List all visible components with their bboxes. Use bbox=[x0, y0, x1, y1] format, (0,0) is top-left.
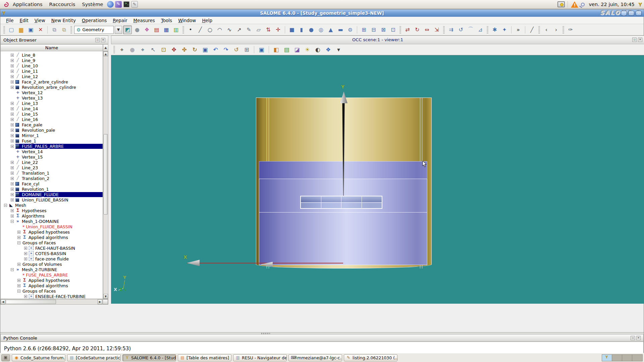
expand-icon[interactable]: + bbox=[11, 113, 14, 116]
section-icon[interactable]: ⊡ bbox=[389, 25, 397, 34]
expand-icon[interactable]: + bbox=[17, 279, 20, 282]
torus-icon[interactable]: ◎ bbox=[317, 25, 325, 34]
tree-item-body[interactable]: Fuse_1 bbox=[15, 138, 38, 143]
fuse-icon[interactable]: ⊞ bbox=[360, 25, 368, 34]
multi-rotation-icon[interactable]: ↺ bbox=[457, 25, 465, 34]
toolbar-handle[interactable] bbox=[3, 26, 5, 34]
module-icon-4[interactable]: ▤ bbox=[152, 25, 161, 34]
reset-view-icon[interactable]: ↺ bbox=[232, 45, 241, 54]
salome-tray-icon[interactable]: Y bbox=[639, 2, 642, 7]
expand-icon[interactable]: + bbox=[11, 129, 14, 132]
tree-item-body[interactable]: +Vertex_14 bbox=[15, 149, 44, 154]
scale-icon[interactable]: ⇲ bbox=[432, 25, 441, 34]
collapse-icon[interactable]: − bbox=[11, 268, 14, 271]
style-brush-icon[interactable]: ✑ bbox=[566, 25, 575, 34]
disk-icon[interactable]: ▬ bbox=[336, 25, 345, 34]
expand-icon[interactable]: + bbox=[17, 236, 20, 239]
tree-item[interactable]: +Vertex_13 bbox=[1, 95, 103, 101]
occ-viewer-titlebar[interactable]: OCC scene:1 - viewer:1 ▫ ✕ bbox=[111, 36, 644, 44]
tree-item[interactable]: +╱Line_22 bbox=[1, 160, 103, 165]
expand-icon[interactable]: + bbox=[24, 252, 27, 255]
collapse-icon[interactable]: − bbox=[17, 241, 20, 244]
toolbar-handle[interactable] bbox=[562, 26, 564, 34]
point-icon[interactable]: • bbox=[186, 25, 195, 34]
text-editor-icon[interactable] bbox=[131, 1, 138, 8]
task-button[interactable]: ▤[Table des matiéres] bbox=[178, 354, 231, 361]
mirror-icon[interactable]: ⇔ bbox=[423, 25, 431, 34]
name-column-header[interactable]: Name bbox=[0, 44, 103, 51]
paste-icon[interactable]: ⧉ bbox=[60, 25, 68, 34]
tree-item[interactable]: +╱Line_9 bbox=[1, 58, 103, 63]
scroll-right-icon[interactable]: ▶ bbox=[98, 299, 102, 304]
tree-item-body[interactable]: ΣHypotheses bbox=[15, 208, 48, 213]
panning-icon[interactable]: ✥ bbox=[169, 45, 178, 54]
tree-item[interactable]: −Groups of Faces bbox=[1, 240, 103, 245]
close-button[interactable]: ✕ bbox=[636, 11, 642, 16]
menu-measures[interactable]: Measures bbox=[130, 17, 158, 24]
tree-item[interactable]: +Union_FLUIDE_BASSIN bbox=[1, 197, 103, 202]
tree-item-body[interactable]: »COTES-BASSIN bbox=[29, 251, 67, 256]
tree-item-body[interactable]: »FACE-HAUT-BASSIN bbox=[29, 246, 76, 251]
graphics-app-icon[interactable] bbox=[115, 1, 122, 8]
cone-icon[interactable]: ▲ bbox=[326, 25, 335, 34]
scroll-down-icon[interactable]: ▼ bbox=[103, 294, 108, 299]
vector-icon[interactable]: ↗ bbox=[235, 25, 244, 34]
rotation-icon[interactable]: ↻ bbox=[413, 25, 422, 34]
sketcher-icon[interactable]: ✎ bbox=[245, 25, 253, 34]
expand-icon[interactable]: + bbox=[11, 177, 14, 180]
expand-icon[interactable]: + bbox=[11, 107, 14, 110]
toolbar-handle[interactable] bbox=[487, 26, 488, 34]
expand-icon[interactable]: + bbox=[11, 198, 14, 201]
next-icon[interactable]: › bbox=[552, 25, 560, 34]
more-dropdown-icon[interactable]: ▾ bbox=[334, 45, 343, 54]
plane-icon[interactable]: ▱ bbox=[254, 25, 263, 34]
redo-view-icon[interactable]: ↷ bbox=[221, 45, 230, 54]
tree-item-body[interactable]: Groups of Volumes bbox=[22, 262, 63, 267]
view-rotation-icon[interactable]: ↻ bbox=[190, 45, 199, 54]
object-browser-titlebar[interactable]: Object Browser ▫ ✕ bbox=[0, 36, 108, 44]
preselection-icon[interactable]: ⌖ bbox=[138, 45, 147, 54]
scene-settings-icon[interactable]: ❖ bbox=[324, 45, 333, 54]
tree-item-body[interactable]: Groups of Faces bbox=[22, 289, 57, 294]
tree-item[interactable]: −Groups of Faces bbox=[1, 288, 103, 294]
tree-item[interactable]: +»FACE-HAUT-BASSIN bbox=[1, 245, 103, 251]
python-console-titlebar[interactable]: Python Console ▫ ✕ bbox=[0, 334, 644, 342]
expand-icon[interactable]: + bbox=[11, 64, 14, 67]
tree-item[interactable]: +Face_2_arbre_cylindre bbox=[1, 79, 103, 84]
workspace-1[interactable] bbox=[602, 355, 612, 361]
undock-view-icon[interactable]: ▫ bbox=[632, 38, 637, 42]
expand-icon[interactable]: + bbox=[17, 263, 20, 266]
occ-viewport-3d[interactable]: X Y Y X Z bbox=[111, 55, 644, 304]
terminal-icon[interactable] bbox=[123, 1, 130, 8]
zoom-window-icon[interactable]: ⊡ bbox=[159, 45, 168, 54]
window-titlebar[interactable]: Y SALOME 6.4.0 - [Study_geometrie_simple… bbox=[0, 9, 644, 17]
tree-item[interactable]: +ΣApplied hypotheses bbox=[1, 229, 103, 235]
tree-item[interactable]: +╱Line_15 bbox=[1, 111, 103, 117]
expand-icon[interactable]: + bbox=[11, 134, 14, 137]
tree-item-body[interactable]: ╱Translation_1 bbox=[15, 171, 51, 176]
tree-item-body[interactable]: ╱Line_15 bbox=[15, 112, 39, 117]
clock[interactable]: ven. 22 juin, 10:45 bbox=[587, 2, 636, 7]
tree-item-body[interactable]: Revolution_1 bbox=[15, 187, 50, 192]
tree-item[interactable]: +DOMAINE_FLUIDE bbox=[1, 192, 103, 197]
tree-item[interactable]: +ΣHypotheses bbox=[1, 208, 103, 213]
tree-item[interactable]: +Face_pale bbox=[1, 122, 103, 127]
front-view-icon[interactable]: ▣ bbox=[201, 45, 210, 54]
task-button[interactable]: YSALOME 6.4.0 - [Stud... bbox=[122, 354, 176, 361]
tree-item-body[interactable]: ╱Line_22 bbox=[15, 160, 39, 165]
expand-icon[interactable]: + bbox=[11, 193, 14, 196]
line-icon[interactable]: ╱ bbox=[196, 25, 205, 34]
menu-repair[interactable]: Repair bbox=[110, 17, 130, 24]
undo-view-icon[interactable]: ↶ bbox=[211, 45, 220, 54]
tree-item-body[interactable]: * FUSE_PALES_ARBRE bbox=[22, 273, 69, 278]
tree-item-body[interactable]: »Mesh_2-TURBINE bbox=[15, 267, 58, 272]
menu-window[interactable]: Window bbox=[175, 17, 199, 24]
fillet-icon[interactable]: ⌒ bbox=[466, 25, 475, 34]
expand-icon[interactable]: + bbox=[24, 295, 27, 298]
tree-item[interactable]: +╱Translation_2 bbox=[1, 176, 103, 181]
tree-item[interactable]: −»Mesh_2-TURBINE bbox=[1, 267, 103, 272]
expand-icon[interactable]: + bbox=[11, 209, 14, 212]
tree-item[interactable]: +Vertex_14 bbox=[1, 149, 103, 154]
tree-item[interactable]: +╱Line_23 bbox=[1, 165, 103, 170]
web-browser-icon[interactable] bbox=[107, 1, 114, 8]
